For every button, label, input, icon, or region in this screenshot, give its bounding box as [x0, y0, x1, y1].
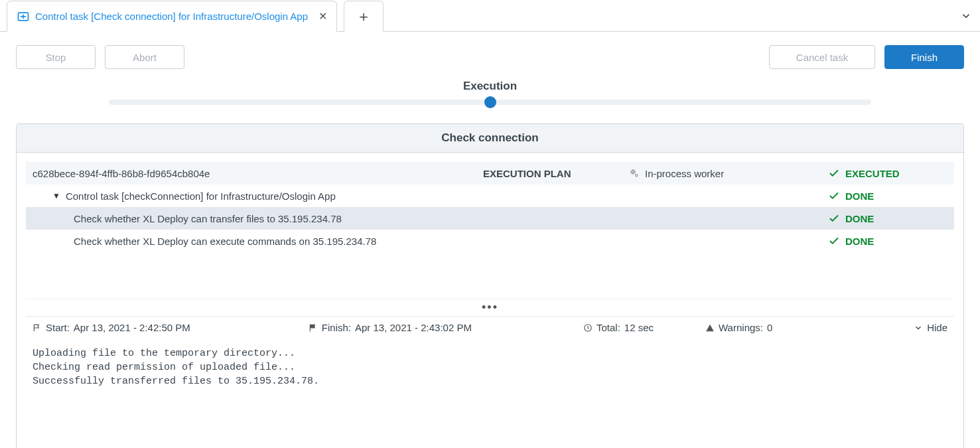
chevron-down-icon	[960, 10, 972, 22]
detail-total: Total: 12 sec	[583, 322, 654, 333]
hide-button[interactable]: Hide	[914, 322, 947, 333]
tab-overflow-button[interactable]	[952, 0, 980, 31]
action-bar: Stop Abort Cancel task Finish	[0, 32, 980, 76]
status-done: DONE	[845, 213, 874, 224]
check-icon	[828, 235, 840, 247]
chevron-down-icon: ▼	[52, 191, 60, 200]
task-icon	[17, 10, 30, 23]
stop-button[interactable]: Stop	[16, 45, 96, 69]
log-output: Uploading file to the temporary director…	[26, 338, 954, 441]
progress-label: Execution	[16, 80, 964, 93]
check-icon	[828, 212, 840, 224]
step-label: Check whether XL Deploy can transfer fil…	[74, 213, 342, 224]
close-icon[interactable]: ✕	[318, 11, 327, 22]
tab-bar: Control task [Check connection] for Infr…	[0, 0, 980, 32]
svg-point-4	[636, 175, 638, 177]
status-executed: EXECUTED	[845, 168, 900, 179]
cancel-task-button[interactable]: Cancel task	[769, 45, 875, 69]
finish-flag-icon	[309, 323, 318, 333]
progress-dot[interactable]	[484, 96, 496, 108]
detail-finish: Finish: Apr 13, 2021 - 2:43:02 PM	[309, 322, 472, 333]
panel-body: c628bece-894f-4ffb-86b8-fd9654cb804e EXE…	[17, 153, 963, 448]
svg-rect-5	[310, 325, 315, 328]
finish-button[interactable]: Finish	[884, 45, 964, 69]
tab-title: Control task [Check connection] for Infr…	[35, 11, 308, 22]
progress-area: Execution	[0, 76, 980, 118]
svg-point-3	[632, 171, 634, 173]
new-tab-button[interactable]: ＋	[344, 1, 384, 32]
plus-icon: ＋	[356, 7, 371, 27]
panel-title: Check connection	[17, 124, 963, 153]
chevron-down-icon	[914, 323, 923, 333]
plan-step-row[interactable]: Check whether XL Deploy can execute comm…	[26, 230, 954, 252]
check-icon	[828, 167, 840, 179]
detail-bar: Start: Apr 13, 2021 - 2:42:50 PM Finish:…	[26, 316, 954, 338]
detail-start: Start: Apr 13, 2021 - 2:42:50 PM	[33, 322, 190, 333]
warning-icon	[705, 323, 715, 333]
plan-step-row[interactable]: Check whether XL Deploy can transfer fil…	[26, 207, 954, 230]
progress-track	[109, 100, 871, 105]
plan-task-row[interactable]: ▼ Control task [checkConnection] for Inf…	[26, 185, 954, 207]
tab-active[interactable]: Control task [Check connection] for Infr…	[7, 1, 337, 32]
gear-icon	[629, 168, 640, 179]
plan-guid: c628bece-894f-4ffb-86b8-fd9654cb804e	[33, 168, 210, 179]
execution-panel: Check connection c628bece-894f-4ffb-86b8…	[16, 123, 964, 448]
resize-handle[interactable]: •••	[26, 299, 954, 316]
detail-warnings: Warnings: 0	[705, 322, 772, 333]
step-label: Check whether XL Deploy can execute comm…	[74, 236, 376, 247]
abort-button[interactable]: Abort	[105, 45, 184, 69]
clock-icon	[583, 323, 593, 333]
task-label: Control task [checkConnection] for Infra…	[66, 190, 336, 202]
plan-header-row[interactable]: c628bece-894f-4ffb-86b8-fd9654cb804e EXE…	[26, 162, 954, 185]
check-icon	[828, 190, 840, 202]
status-done: DONE	[845, 236, 874, 247]
plan-label: EXECUTION PLAN	[483, 168, 629, 179]
worker-label: In-process worker	[645, 168, 724, 179]
flag-icon	[33, 323, 42, 333]
status-done: DONE	[845, 190, 874, 202]
